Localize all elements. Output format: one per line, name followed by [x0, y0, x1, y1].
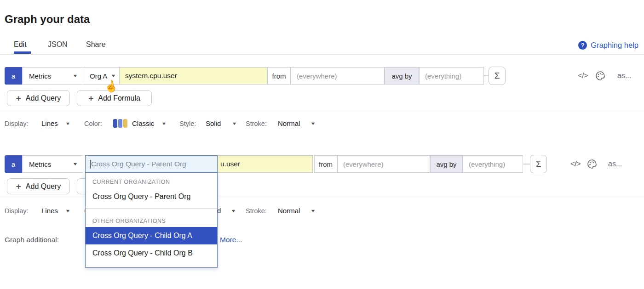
stroke-dropdown[interactable]: Normal [278, 119, 300, 127]
chevron-down-icon[interactable]: ▼ [231, 121, 237, 126]
code-icon[interactable]: </> [570, 159, 581, 169]
sigma-function-button-row1[interactable]: Σ [489, 67, 506, 85]
org-option-child-org-b[interactable]: Cross Org Query - Child Org B [86, 244, 217, 262]
style-label: Style: [179, 120, 196, 127]
org-dropdown-list: CURRENT ORGANIZATION Cross Org Query - P… [85, 173, 218, 268]
source-dropdown-value: Metrics [29, 160, 51, 168]
display-type-dropdown[interactable]: Lines [41, 119, 58, 127]
from-label-row2: from [314, 155, 337, 173]
plus-icon: + [88, 93, 93, 103]
add-query-label: Add Query [26, 182, 61, 191]
metric-input-row1[interactable]: system.cpu.user [119, 67, 267, 85]
chevron-down-icon[interactable]: ▼ [161, 121, 167, 126]
from-filter-input-row2[interactable]: (everywhere) [337, 155, 430, 173]
chevron-down-icon[interactable]: ▼ [230, 209, 236, 213]
query-letter-badge-a: a [5, 155, 22, 173]
sigma-connector [523, 164, 530, 164]
tab-share[interactable]: Share [86, 40, 106, 49]
chevron-down-icon[interactable]: ▼ [65, 209, 70, 213]
group-by-input-row1[interactable]: (everything) [419, 67, 484, 85]
from-filter-input-row1[interactable]: (everywhere) [291, 67, 385, 85]
stroke-label: Stroke: [246, 120, 267, 127]
stroke-dropdown[interactable]: Normal [278, 207, 300, 215]
chevron-down-icon[interactable]: ▼ [310, 209, 316, 213]
section-divider [0, 111, 644, 111]
alias-as-label-row2[interactable]: as... [608, 160, 622, 168]
graphing-help-label: Graphing help [591, 41, 638, 50]
tab-json[interactable]: JSON [48, 40, 68, 49]
source-dropdown-row2[interactable]: Metrics ▼ [22, 155, 83, 173]
org-option-parent-org[interactable]: Cross Org Query - Parent Org [86, 188, 217, 205]
add-formula-label: Add Formula [98, 94, 140, 102]
chevron-down-icon: ▼ [110, 74, 116, 78]
tab-edit[interactable]: Edit [14, 40, 27, 49]
color-label: Color: [84, 120, 102, 127]
group-header-other-orgs: OTHER ORGANIZATIONS [86, 209, 217, 227]
swatch-segment [118, 119, 122, 128]
chevron-down-icon[interactable]: ▼ [310, 121, 316, 126]
source-dropdown-row1[interactable]: Metrics ▼ [22, 67, 83, 85]
sigma-connector [484, 75, 489, 76]
chevron-down-icon: ▼ [72, 74, 78, 78]
graph-additional-label: Graph additional: [5, 236, 59, 244]
page-title: Graph your data [5, 13, 90, 26]
tabs-divider [0, 54, 644, 55]
org-scope-value: Org A [90, 72, 107, 80]
chevron-down-icon[interactable]: ▼ [65, 121, 70, 126]
text-cursor [90, 160, 91, 169]
avg-by-label-row1[interactable]: avg by [385, 67, 419, 85]
query-letter-badge-a: a [5, 67, 22, 85]
active-tab-indicator [14, 51, 31, 54]
display-label: Display: [5, 207, 29, 215]
group-by-input-row2[interactable]: (everything) [463, 155, 523, 173]
graphing-help-link[interactable]: ? Graphing help [578, 41, 638, 50]
org-search-placeholder: Cross Org Query - Parent Org [91, 160, 186, 168]
more-link[interactable]: More... [220, 236, 242, 244]
help-question-icon: ? [578, 41, 587, 50]
code-icon[interactable]: </> [578, 71, 588, 80]
add-formula-button-row1[interactable]: + Add Formula [77, 90, 152, 106]
avg-by-label-row2[interactable]: avg by [430, 155, 463, 173]
color-scheme-dropdown[interactable]: Classic [132, 119, 154, 127]
plus-icon: + [16, 93, 21, 103]
plus-icon: + [16, 181, 21, 192]
palette-icon[interactable] [595, 70, 606, 81]
stroke-label: Stroke: [246, 207, 267, 215]
add-query-button-row1[interactable]: + Add Query [7, 90, 70, 106]
swatch-segment [113, 119, 117, 128]
swatch-segment [123, 119, 127, 128]
group-header-current-org: CURRENT ORGANIZATION [86, 173, 217, 188]
org-search-input[interactable]: Cross Org Query - Parent Org [85, 155, 218, 173]
org-option-child-org-a[interactable]: Cross Org Query - Child Org A [86, 227, 217, 244]
sigma-function-button-row2[interactable]: Σ [530, 155, 547, 173]
style-dropdown[interactable]: Solid [206, 119, 221, 127]
color-palette-swatch[interactable] [113, 119, 128, 128]
chevron-down-icon: ▼ [72, 162, 78, 166]
graph-editor-page: Graph your data Edit JSON Share ? Graphi… [0, 0, 644, 289]
palette-icon[interactable] [586, 159, 598, 170]
display-label: Display: [5, 120, 29, 127]
from-label-row1: from [267, 67, 291, 85]
add-query-label: Add Query [26, 94, 61, 102]
add-query-button-row2[interactable]: + Add Query [7, 178, 70, 194]
display-type-dropdown[interactable]: Lines [41, 207, 58, 215]
source-dropdown-value: Metrics [29, 72, 51, 80]
alias-as-label-row1[interactable]: as... [617, 72, 631, 80]
